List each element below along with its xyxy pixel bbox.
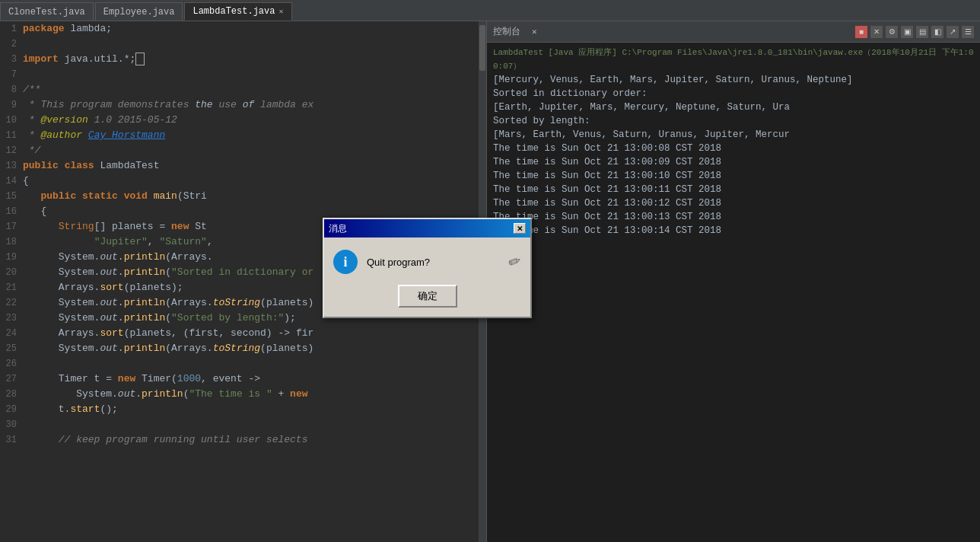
line-number: 15 bbox=[0, 189, 23, 204]
list-item: Sorted by length: bbox=[493, 114, 974, 128]
console-stop-btn[interactable]: ■ bbox=[855, 26, 867, 38]
table-row: 16 { bbox=[0, 204, 479, 219]
console-btn-5[interactable]: ◧ bbox=[931, 26, 943, 38]
line-code bbox=[23, 417, 479, 432]
console-btn-2[interactable]: ⚙ bbox=[886, 26, 898, 38]
table-row: 7 bbox=[0, 67, 479, 82]
line-number: 10 bbox=[0, 113, 23, 128]
table-row: 3 import java.util.*; bbox=[0, 52, 479, 67]
dialog-titlebar: 消息 ✕ bbox=[324, 219, 530, 238]
line-number: 7 bbox=[0, 67, 23, 82]
table-row: 9 * This program demonstrates the use of… bbox=[0, 97, 479, 113]
console-header: 控制台 ✕ ■ ✕ ⚙ ▣ ▤ ◧ ↗ ☰ bbox=[487, 21, 980, 43]
table-row: 13 public class LambdaTest bbox=[0, 158, 479, 174]
dialog-info-icon: i bbox=[333, 250, 358, 274]
line-code bbox=[23, 67, 479, 82]
line-number: 29 bbox=[0, 402, 23, 417]
dialog-box: 消息 ✕ i Quit program? ✏ 确定 bbox=[323, 218, 532, 318]
console-btn-4[interactable]: ▤ bbox=[916, 26, 928, 38]
line-code: { bbox=[23, 174, 479, 189]
line-code: public static void main(Stri bbox=[23, 189, 479, 204]
line-number: 16 bbox=[0, 204, 23, 219]
tab-bar: CloneTest.java Employee.java LambdaTest.… bbox=[0, 0, 980, 21]
console-content[interactable]: LambdaTest [Java 应用程序] C:\Program Files\… bbox=[487, 43, 980, 542]
table-row: 28 System.out.println("The time is " + n… bbox=[0, 387, 479, 402]
tab-clonetest-label: CloneTest.java bbox=[8, 7, 85, 18]
line-code: * @version 1.0 2015-05-12 bbox=[23, 113, 479, 128]
line-number: 30 bbox=[0, 417, 23, 432]
dialog-controls: ✕ bbox=[514, 223, 526, 234]
line-code: * This program demonstrates the use of l… bbox=[23, 97, 479, 113]
dialog-body: i Quit program? ✏ bbox=[324, 238, 530, 282]
tab-employee[interactable]: Employee.java bbox=[95, 2, 183, 21]
line-number: 31 bbox=[0, 432, 23, 448]
line-code: Arrays.sort(planets, (first, second) -> … bbox=[23, 326, 479, 341]
line-number: 8 bbox=[0, 82, 23, 97]
line-number: 22 bbox=[0, 295, 23, 311]
list-item: [Mars, Earth, Venus, Saturn, Uranus, Jup… bbox=[493, 128, 974, 142]
line-number: 25 bbox=[0, 341, 23, 356]
list-item: The time is Sun Oct 21 13:00:10 CST 2018 bbox=[493, 169, 974, 183]
line-number: 12 bbox=[0, 143, 23, 158]
tab-lambdatest[interactable]: LambdaTest.java ✕ bbox=[184, 2, 291, 21]
line-code bbox=[23, 356, 479, 371]
dialog-message: Quit program? bbox=[367, 257, 499, 268]
line-number: 20 bbox=[0, 265, 23, 280]
line-code: package lambda; bbox=[23, 21, 479, 37]
table-row: 15 public static void main(Stri bbox=[0, 189, 479, 204]
console-info-line: LambdaTest [Java 应用程序] C:\Program Files\… bbox=[493, 46, 974, 73]
line-number: 9 bbox=[0, 97, 23, 113]
line-number: 14 bbox=[0, 174, 23, 189]
line-number: 28 bbox=[0, 387, 23, 402]
dialog-title: 消息 bbox=[329, 222, 347, 235]
line-code: /** bbox=[23, 82, 479, 97]
scrollbar-thumb[interactable] bbox=[479, 25, 485, 71]
console-btn-1[interactable]: ✕ bbox=[870, 26, 883, 38]
line-number: 26 bbox=[0, 356, 23, 371]
line-number: 1 bbox=[0, 21, 23, 37]
list-item: Sorted in dictionary order: bbox=[493, 87, 974, 100]
line-number: 11 bbox=[0, 128, 23, 143]
console-btn-6[interactable]: ↗ bbox=[947, 26, 959, 38]
list-item: The time is Sun Oct 21 13:00:11 CST 2018 bbox=[493, 183, 974, 196]
console-toolbar: ■ ✕ ⚙ ▣ ▤ ◧ ↗ ☰ bbox=[855, 26, 974, 38]
list-item: The time is Sun Oct 21 13:00:13 CST 2018 bbox=[493, 210, 974, 224]
line-number: 21 bbox=[0, 280, 23, 295]
dialog-close-btn[interactable]: ✕ bbox=[514, 223, 526, 234]
console-btn-3[interactable]: ▣ bbox=[901, 26, 913, 38]
line-code: System.out.println(Arrays.toString(plane… bbox=[23, 341, 479, 356]
tab-employee-label: Employee.java bbox=[103, 7, 175, 18]
table-row: 27 Timer t = new Timer(1000, event -> bbox=[0, 371, 479, 387]
line-number: 17 bbox=[0, 219, 23, 234]
list-item: The time is Sun Oct 21 13:00:12 CST 2018 bbox=[493, 196, 974, 210]
line-number: 2 bbox=[0, 37, 23, 52]
line-code: { bbox=[23, 204, 479, 219]
table-row: 8 /** bbox=[0, 82, 479, 97]
line-code: import java.util.*; bbox=[23, 52, 479, 67]
console-btn-7[interactable]: ☰ bbox=[962, 26, 974, 38]
line-number: 13 bbox=[0, 158, 23, 174]
line-code: System.out.println("The time is " + new bbox=[23, 387, 479, 402]
line-number: 18 bbox=[0, 234, 23, 250]
table-row: 25 System.out.println(Arrays.toString(pl… bbox=[0, 341, 479, 356]
table-row: 24 Arrays.sort(planets, (first, second) … bbox=[0, 326, 479, 341]
console-panel: 控制台 ✕ ■ ✕ ⚙ ▣ ▤ ◧ ↗ ☰ LambdaTest [Java 应… bbox=[487, 21, 980, 542]
table-row: 2 bbox=[0, 37, 479, 52]
console-tab-close[interactable]: ✕ bbox=[532, 27, 537, 37]
list-item: The time is Sun Oct 21 13:00:14 CST 2018 bbox=[493, 224, 974, 238]
pencil-icon: ✏ bbox=[505, 251, 523, 273]
list-item: The time is Sun Oct 21 13:00:09 CST 2018 bbox=[493, 155, 974, 169]
tab-lambdatest-label: LambdaTest.java bbox=[192, 6, 275, 17]
tab-lambdatest-close[interactable]: ✕ bbox=[278, 7, 283, 16]
line-code: Timer t = new Timer(1000, event -> bbox=[23, 371, 479, 387]
table-row: 29 t.start(); bbox=[0, 402, 479, 417]
dialog-ok-button[interactable]: 确定 bbox=[398, 285, 457, 308]
line-number: 23 bbox=[0, 311, 23, 326]
table-row: 14 { bbox=[0, 174, 479, 189]
table-row: 10 * @version 1.0 2015-05-12 bbox=[0, 113, 479, 128]
dialog-footer: 确定 bbox=[324, 282, 530, 317]
table-row: 1 package lambda; bbox=[0, 21, 479, 37]
line-number: 27 bbox=[0, 371, 23, 387]
tab-clonetest[interactable]: CloneTest.java bbox=[0, 2, 94, 21]
line-code: // keep program running until user selec… bbox=[23, 432, 479, 448]
